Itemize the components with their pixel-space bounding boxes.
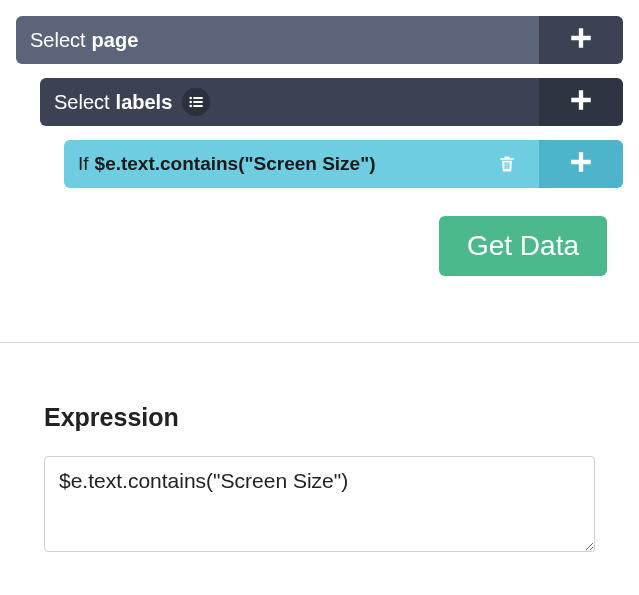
trash-icon <box>497 153 517 175</box>
expression-input[interactable] <box>44 456 595 552</box>
plus-icon <box>568 149 594 179</box>
svg-point-2 <box>190 101 193 104</box>
plus-icon <box>568 25 594 55</box>
if-label: If <box>78 153 89 175</box>
svg-rect-7 <box>506 162 507 169</box>
select-page-name-label: page <box>92 29 139 52</box>
svg-rect-5 <box>194 105 203 107</box>
get-data-button[interactable]: Get Data <box>439 216 607 276</box>
select-labels-body[interactable]: Select labels <box>40 78 539 126</box>
expression-heading: Expression <box>44 403 595 432</box>
list-icon <box>188 94 204 110</box>
svg-point-4 <box>190 105 193 108</box>
svg-rect-1 <box>194 97 203 99</box>
svg-rect-8 <box>508 162 509 169</box>
list-icon-badge[interactable] <box>182 88 210 116</box>
select-labels-name-label: labels <box>116 91 173 114</box>
if-condition-add-button[interactable] <box>539 140 623 188</box>
select-labels-select-label: Select <box>54 91 110 114</box>
if-expression: $e.text.contains("Screen Size") <box>95 153 376 175</box>
select-page-row: Select page <box>16 16 623 64</box>
svg-rect-6 <box>505 162 506 169</box>
svg-rect-3 <box>194 101 203 103</box>
if-condition-body[interactable]: If $e.text.contains("Screen Size") <box>64 140 539 188</box>
svg-point-0 <box>190 97 193 100</box>
select-page-add-button[interactable] <box>539 16 623 64</box>
select-page-select-label: Select <box>30 29 86 52</box>
select-page-body[interactable]: Select page <box>16 16 539 64</box>
delete-condition-button[interactable] <box>493 150 521 178</box>
select-labels-add-button[interactable] <box>539 78 623 126</box>
if-condition-row: If $e.text.contains("Screen Size") <box>64 140 623 188</box>
select-labels-row: Select labels <box>40 78 623 126</box>
plus-icon <box>568 87 594 117</box>
